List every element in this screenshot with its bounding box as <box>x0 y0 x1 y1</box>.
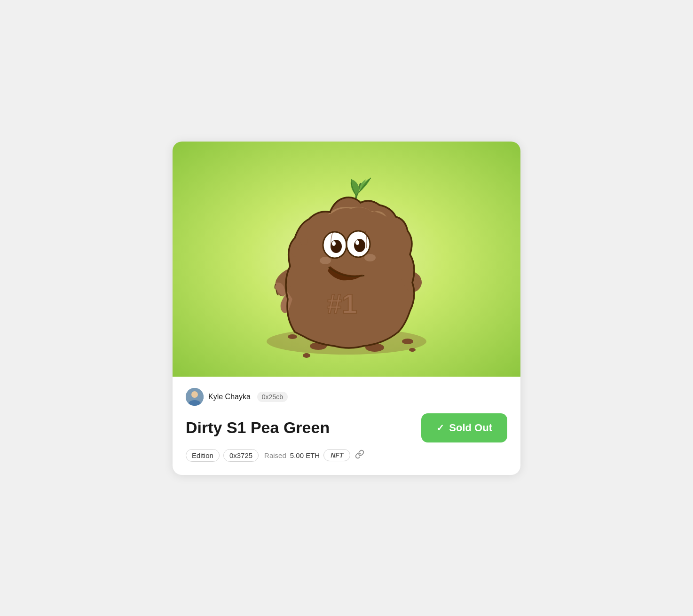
checkmark-icon: ✓ <box>436 422 444 434</box>
svg-point-15 <box>320 257 331 264</box>
svg-point-20 <box>191 391 198 398</box>
svg-point-13 <box>332 241 336 246</box>
nft-artwork: #1 #1 <box>257 158 436 360</box>
nft-type-badge: NFT <box>323 449 350 461</box>
card-body: Kyle Chayka 0x25cb Dirty S1 Pea Green ✓ … <box>173 377 520 475</box>
svg-point-12 <box>354 239 365 252</box>
svg-point-4 <box>288 334 297 339</box>
card-image: #1 #1 <box>173 142 520 377</box>
sold-out-label: Sold Out <box>449 422 492 434</box>
avatar <box>186 388 204 406</box>
svg-point-16 <box>364 254 376 261</box>
meta-row: Edition 0x3725 Raised 5.00 ETH NFT <box>186 449 507 462</box>
nft-title: Dirty S1 Pea Green <box>186 419 330 437</box>
svg-point-14 <box>355 240 359 245</box>
svg-point-5 <box>303 353 310 358</box>
svg-point-6 <box>409 348 416 352</box>
raised-value: 5.00 ETH <box>290 451 320 459</box>
svg-text:#1: #1 <box>327 288 357 319</box>
svg-point-3 <box>402 339 413 344</box>
link-icon[interactable] <box>355 450 364 461</box>
author-row: Kyle Chayka 0x25cb <box>186 388 507 406</box>
edition-value-badge: 0x3725 <box>223 449 259 462</box>
nft-card: #1 #1 Kyle Chayka 0x25cb <box>173 142 520 475</box>
raised-label: Raised <box>264 451 286 459</box>
author-address: 0x25cb <box>257 392 288 402</box>
sold-out-button[interactable]: ✓ Sold Out <box>421 413 507 442</box>
svg-point-11 <box>331 240 342 253</box>
author-name: Kyle Chayka <box>208 393 251 401</box>
title-row: Dirty S1 Pea Green ✓ Sold Out <box>186 413 507 442</box>
edition-label-badge: Edition <box>186 449 220 462</box>
